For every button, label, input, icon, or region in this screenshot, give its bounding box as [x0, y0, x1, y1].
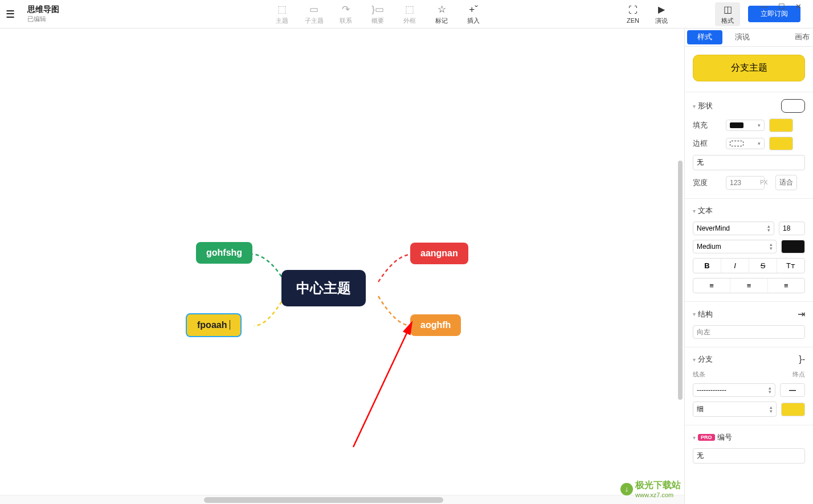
section-branch-label: 分支	[698, 354, 713, 364]
align-right-button[interactable]: ≡	[768, 278, 804, 293]
fill-color-swatch[interactable]	[769, 118, 793, 132]
structure-icon[interactable]: ⇥	[798, 309, 805, 319]
horizontal-scroll-thumb[interactable]	[204, 497, 443, 503]
font-weight-value: Medium	[697, 243, 721, 251]
chevron-down-icon: ▾	[758, 124, 761, 128]
boundary-button[interactable]: ⬚外框	[395, 3, 424, 25]
border-width-none-label: 无	[697, 158, 704, 167]
chevron-down-icon: ▾	[693, 357, 696, 363]
tab-present[interactable]: 演说	[725, 28, 760, 46]
play-icon: ▶	[658, 3, 665, 16]
chevron-down-icon: ▾	[758, 142, 761, 146]
section-numbering-label: 编号	[717, 432, 732, 442]
vertical-scrollbar[interactable]	[676, 30, 684, 495]
divider	[685, 92, 813, 92]
numbering-select[interactable]: 无	[693, 448, 805, 464]
align-center-button[interactable]: ≡	[730, 278, 767, 293]
center-topic-node[interactable]: 中心主题	[281, 270, 366, 306]
branch-node-yellow-selected[interactable]: fpoaah	[186, 313, 242, 337]
section-structure-label: 结构	[698, 309, 713, 319]
branch-line-dash-value: -------------	[697, 386, 726, 394]
present-button[interactable]: ▶演说	[649, 3, 674, 25]
section-text-label: 文本	[698, 206, 713, 216]
subtopic-button[interactable]: ▭子主题	[300, 3, 328, 25]
width-input[interactable]	[726, 176, 765, 190]
relation-button[interactable]: ↷联系	[332, 3, 360, 25]
font-size-select[interactable]: 18	[779, 222, 805, 235]
connector-lines	[0, 28, 684, 490]
close-icon[interactable]: ✕	[795, 2, 802, 11]
section-text-header[interactable]: ▾文本	[693, 206, 805, 216]
format-button[interactable]: ◫格式	[715, 2, 740, 26]
star-icon: ☆	[438, 3, 446, 16]
font-weight-select[interactable]: Medium▴▾	[693, 240, 777, 253]
border-width-none[interactable]: 无	[693, 155, 805, 170]
stepper-icon: ▴▾	[770, 243, 773, 251]
svg-line-1	[353, 326, 410, 447]
text-color-swatch[interactable]	[781, 240, 805, 253]
bold-button[interactable]: B	[693, 259, 721, 273]
fill-label: 填充	[693, 120, 721, 130]
tab-style[interactable]: 样式	[687, 30, 722, 44]
font-family-select[interactable]: NeverMind▴▾	[693, 222, 774, 235]
watermark: ↓ 极光下载站 www.xz7.com	[620, 480, 681, 498]
stepper-icon: ▴▾	[767, 224, 770, 232]
divider	[685, 198, 813, 199]
fill-style-select[interactable]: ▾	[726, 120, 765, 131]
document-title-block: 思维导图 已编辑	[27, 5, 59, 23]
mindmap-canvas[interactable]: 中心主题 gohfshg aangnan aoghfh fpoaah	[0, 28, 684, 490]
marker-button[interactable]: ☆标记	[427, 3, 456, 25]
boundary-icon: ⬚	[405, 3, 414, 16]
summary-icon: }▭	[371, 3, 384, 16]
width-label: 宽度	[693, 178, 721, 188]
branch-color-swatch[interactable]	[781, 403, 805, 416]
font-size-value: 18	[783, 224, 790, 232]
border-style-select[interactable]: ▾	[726, 138, 765, 149]
relation-icon: ↷	[342, 3, 350, 16]
hamburger-icon[interactable]: ☰	[6, 8, 23, 21]
width-fit-button[interactable]: 适合	[775, 175, 797, 190]
horizontal-scrollbar[interactable]	[0, 495, 684, 504]
shape-preview[interactable]	[781, 99, 805, 113]
arrow-annotation	[342, 319, 422, 456]
vertical-scroll-thumb[interactable]	[678, 161, 683, 400]
branch-line-label: 线条	[693, 370, 788, 379]
zen-button[interactable]: ⛶ZEN	[620, 4, 646, 24]
branch-node-orange[interactable]: aoghfh	[410, 314, 461, 336]
branch-topic-button[interactable]: 分支主题	[693, 55, 805, 81]
branch-endpoint-select[interactable]: —	[780, 383, 805, 397]
stepper-icon: ▴▾	[769, 386, 771, 394]
topic-icon: ⬚	[277, 3, 287, 16]
watermark-logo-icon: ↓	[620, 483, 633, 495]
numbering-value: 无	[697, 451, 704, 461]
tab-canvas[interactable]: 画布	[785, 28, 813, 46]
branch-endpoint-label: 终点	[792, 370, 805, 379]
strike-button[interactable]: S	[749, 259, 777, 273]
topic-button[interactable]: ⬚主题	[268, 3, 296, 25]
section-structure-header[interactable]: ▾结构 ⇥	[693, 309, 805, 319]
insert-button[interactable]: +ˇ插入	[459, 3, 488, 25]
minimize-icon[interactable]: —	[761, 2, 768, 11]
section-shape-header[interactable]: ▾形状	[693, 99, 805, 113]
section-branch-header[interactable]: ▾分支 }-	[693, 354, 805, 364]
branch-icon[interactable]: }-	[799, 354, 805, 364]
maximize-icon[interactable]: ☐	[778, 2, 785, 11]
case-button[interactable]: Tᴛ	[777, 259, 804, 273]
border-color-swatch[interactable]	[769, 137, 793, 150]
summary-button[interactable]: }▭概要	[363, 3, 392, 25]
watermark-text: 极光下载站	[635, 480, 681, 491]
branch-node-green[interactable]: gohfshg	[196, 242, 252, 264]
pro-badge: PRO	[698, 434, 715, 441]
align-left-button[interactable]: ≡	[693, 278, 730, 293]
branch-node-red[interactable]: aangnan	[410, 243, 468, 264]
branch-line-style-select[interactable]: -------------▴▾	[693, 383, 775, 397]
document-status: 已编辑	[27, 15, 59, 23]
chevron-down-icon: ▾	[693, 435, 696, 441]
branch-thickness-select[interactable]: 细▴▾	[693, 401, 777, 417]
italic-button[interactable]: I	[721, 259, 749, 273]
subtopic-icon: ▭	[309, 3, 318, 16]
divider	[685, 301, 813, 302]
section-numbering-header[interactable]: ▾PRO编号	[693, 432, 805, 442]
structure-direction-input[interactable]	[693, 325, 805, 339]
fill-solid-icon	[730, 122, 743, 128]
